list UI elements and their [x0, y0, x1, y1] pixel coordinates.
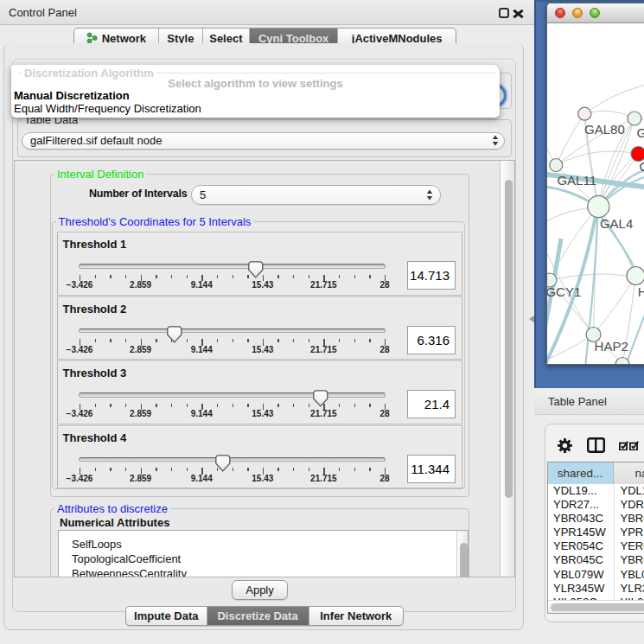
- minimize-traffic-light-icon[interactable]: [572, 8, 583, 18]
- threshold-value-field[interactable]: 6.316: [407, 326, 456, 354]
- cell-name[interactable]: YPR145W: [614, 526, 644, 539]
- cell-name[interactable]: YBL079W: [614, 568, 644, 582]
- scrollbar-thumb[interactable]: [505, 180, 513, 498]
- table-row[interactable]: YBR043CYBR043C: [548, 512, 644, 526]
- slider-thumb[interactable]: [313, 390, 328, 407]
- cyni-mode-tabs: Impute DataDiscretize DataInfer Network: [125, 606, 404, 626]
- slider-tick-label: 28: [379, 345, 389, 354]
- threshold-value-field[interactable]: 11.344: [407, 455, 456, 483]
- slider-thumb[interactable]: [215, 455, 231, 472]
- slider-tick: [110, 275, 111, 278]
- table-row[interactable]: YPR145WYPR145W: [548, 526, 644, 539]
- cell-shared-name[interactable]: YDL19...: [548, 484, 614, 498]
- popup-item-manual-discretization[interactable]: Manual Discretization: [14, 89, 130, 102]
- threshold-panel: Threshold 1−3.4262.8599.14415.4321.71528…: [57, 232, 462, 296]
- cell-name[interactable]: YBR045C: [614, 553, 644, 567]
- cell-name[interactable]: YLR345W: [614, 582, 644, 596]
- table-row[interactable]: YBR045CYBR045C: [548, 553, 644, 567]
- settings-scrollbar[interactable]: [500, 161, 515, 577]
- slider-tick: [369, 275, 370, 278]
- close-traffic-light-icon[interactable]: [555, 8, 565, 18]
- slider-tick-label: 21.715: [310, 474, 337, 483]
- cell-shared-name[interactable]: YBR045C: [548, 553, 614, 567]
- cell-shared-name[interactable]: YBR043C: [548, 512, 614, 526]
- node-table-card: shared... name YDL19...YDL19...YDR27...Y…: [545, 424, 644, 622]
- table-data-combobox[interactable]: galFiltered.sif default node: [22, 132, 505, 150]
- threshold-value-field[interactable]: 14.713: [407, 261, 456, 290]
- threshold-value-field[interactable]: 21.4: [407, 390, 456, 418]
- cell-name[interactable]: YDR27...: [614, 498, 644, 512]
- slider-track[interactable]: [79, 328, 386, 334]
- slider-thumb[interactable]: [248, 261, 264, 278]
- svg-text:GAL11: GAL11: [557, 173, 596, 188]
- cell-name[interactable]: YDL19...: [614, 484, 644, 498]
- cell-name[interactable]: YBR043C: [614, 512, 644, 526]
- slider-track[interactable]: [79, 264, 386, 269]
- slider-tick-label: 21.715: [310, 409, 337, 418]
- slider-tick-label: 15.43: [252, 345, 273, 354]
- screenshot-root: Control Panel NetworkStyleSelectCyni Too…: [0, 0, 644, 644]
- slider-track[interactable]: [79, 392, 386, 398]
- cell-shared-name[interactable]: YLR345W: [548, 582, 614, 596]
- threshold-label: Threshold 3: [63, 367, 127, 379]
- zoom-traffic-light-icon[interactable]: [590, 8, 600, 18]
- cell-shared-name[interactable]: YBL079W: [548, 568, 614, 582]
- slider-tick: [309, 404, 309, 407]
- scrollbar-thumb[interactable]: [551, 603, 644, 611]
- attributes-list[interactable]: SelfLoopsTopologicalCoefficientBetweenne…: [58, 530, 469, 577]
- panel-title: Control Panel: [9, 6, 77, 19]
- column-header-name[interactable]: name: [614, 462, 644, 484]
- apply-button[interactable]: Apply: [232, 580, 288, 600]
- float-panel-icon[interactable]: [499, 8, 509, 18]
- cell-shared-name[interactable]: YER054C: [548, 539, 614, 553]
- table-row[interactable]: YBL079WYBL079W: [548, 568, 644, 582]
- network-canvas[interactable]: GAL80GACYGAL11GAL4GCY1HIHAP2: [547, 24, 644, 364]
- svg-text:GAL4: GAL4: [599, 215, 632, 230]
- cell-name[interactable]: YER054C: [614, 539, 644, 553]
- slider-tick: [156, 468, 156, 471]
- slider-tick-label: −3.426: [67, 474, 93, 483]
- table-row[interactable]: YDL19...YDL19...: [548, 484, 644, 498]
- slider-thumb[interactable]: [167, 326, 182, 343]
- tab-discretize-data[interactable]: Discretize Data: [207, 607, 309, 625]
- popup-item-equal-width[interactable]: Equal Width/Frequency Discretization: [14, 102, 201, 115]
- slider-tick: [293, 275, 294, 278]
- slider-tick: [293, 339, 294, 342]
- slider-tick: [156, 339, 156, 342]
- slider-tick: [171, 404, 172, 407]
- cell-shared-name[interactable]: YDR27...: [548, 498, 614, 512]
- table-hscrollbar[interactable]: [548, 600, 644, 613]
- column-header-shared-name[interactable]: shared...: [548, 462, 614, 484]
- network-window-titlebar[interactable]: [547, 3, 644, 23]
- interval-definition-title: Interval Definition: [54, 168, 146, 181]
- number-of-intervals-combobox[interactable]: 5: [191, 185, 441, 205]
- table-row[interactable]: YER054CYER054C: [548, 539, 644, 553]
- attributes-list-scrollbar[interactable]: [456, 531, 468, 577]
- slider-tick: [233, 404, 233, 407]
- gear-icon[interactable]: [558, 438, 572, 453]
- tab-impute-data[interactable]: Impute Data: [126, 607, 207, 625]
- split-table-icon[interactable]: [587, 437, 605, 453]
- attribute-list-item[interactable]: BetweennessCentrality: [59, 566, 468, 577]
- slider-tick: [339, 468, 340, 471]
- scrollbar-thumb[interactable]: [460, 543, 468, 577]
- attribute-list-item[interactable]: SelfLoops: [59, 537, 468, 552]
- table-row[interactable]: YDR27...YDR27...: [548, 498, 644, 512]
- threshold-label: Threshold 2: [63, 303, 127, 316]
- cell-shared-name[interactable]: YPR145W: [548, 526, 614, 539]
- slider-tick: [171, 468, 172, 471]
- checkbox-icon[interactable]: [629, 441, 639, 450]
- attribute-list-item[interactable]: TopologicalCoefficient: [59, 552, 468, 566]
- slider-tick: [233, 468, 233, 471]
- network-window[interactable]: GAL80GACYGAL11GAL4GCY1HIHAP2: [546, 3, 644, 365]
- slider-tick: [354, 339, 355, 342]
- slider-tick: [369, 468, 370, 471]
- close-icon[interactable]: [513, 10, 524, 18]
- slider-track[interactable]: [79, 457, 386, 462]
- tab-infer-network[interactable]: Infer Network: [309, 607, 403, 625]
- table-row[interactable]: YLR345WYLR345W: [548, 582, 644, 596]
- network-graph: GAL80GACYGAL11GAL4GCY1HIHAP2: [547, 24, 644, 364]
- slider-tick: [95, 339, 96, 342]
- checkbox-icon[interactable]: [619, 441, 628, 450]
- slider-tick: [277, 275, 278, 278]
